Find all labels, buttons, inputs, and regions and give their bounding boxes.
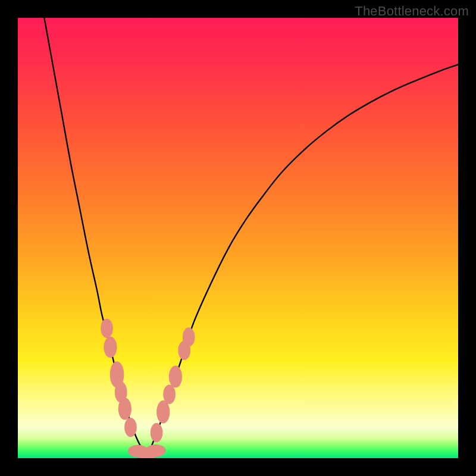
- bead-marker: [156, 400, 170, 423]
- plot-area: [18, 18, 458, 458]
- right-curve: [146, 64, 458, 453]
- bead-marker: [104, 337, 117, 358]
- bead-marker: [118, 398, 131, 420]
- left-curve: [44, 18, 145, 454]
- chart-frame: TheBottleneck.com: [0, 0, 476, 476]
- bead-marker: [124, 418, 137, 437]
- bead-marker: [169, 366, 182, 388]
- bead-marker: [163, 384, 176, 404]
- chart-svg: [18, 18, 458, 458]
- bead-marker: [101, 318, 113, 338]
- bead-group: [101, 318, 195, 458]
- watermark-text: TheBottleneck.com: [355, 4, 469, 19]
- bead-marker: [151, 423, 163, 443]
- bead-marker: [146, 444, 166, 457]
- bead-marker: [183, 327, 195, 347]
